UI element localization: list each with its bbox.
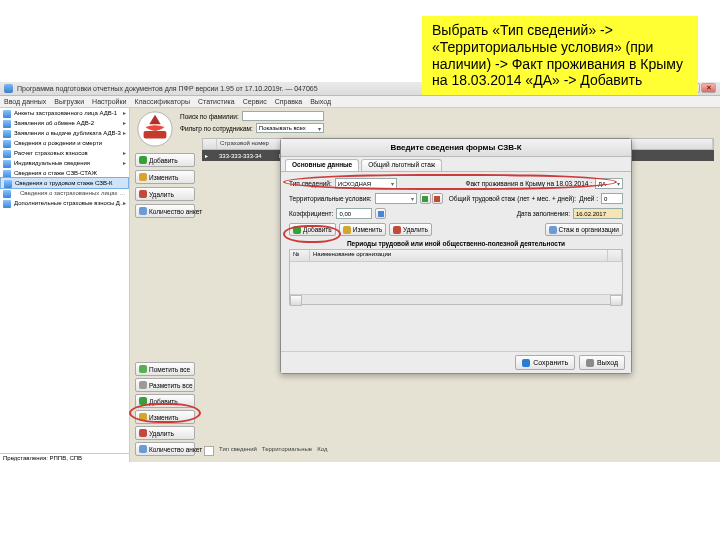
filter-label: Фильтр по сотрудникам: (180, 125, 253, 132)
fact-crimea-select[interactable]: ДА (595, 178, 623, 189)
terr-cond-select[interactable] (375, 193, 417, 204)
uncheck-icon (139, 381, 147, 389)
sidebar-footer[interactable]: Представления: РППВ, СПВ (0, 453, 129, 462)
stazh-org-button[interactable]: Стаж в организации (545, 223, 624, 236)
count-icon (139, 445, 147, 453)
koef-input[interactable]: 0,00 (336, 208, 372, 219)
terr-label: Территориальные (262, 446, 312, 456)
exit-icon (586, 359, 594, 367)
disk-icon (522, 359, 530, 367)
sidebar-item[interactable]: Анкеты застрахованного лица АДВ-1 (0, 108, 129, 118)
periods-section-title: Периоды трудовой или иной общественно-по… (289, 240, 623, 247)
tab-osnovnye[interactable]: Основные данные (285, 159, 359, 171)
tab-lgotnyi-stazh[interactable]: Общий льготный стаж (361, 159, 442, 171)
plus-icon (139, 397, 147, 405)
sidebar-item[interactable]: Заявления о выдаче дубликата АДВ-3 (0, 128, 129, 138)
sidebar-item[interactable]: Расчет страховых взносов (0, 148, 129, 158)
close-button[interactable]: ✕ (701, 83, 716, 93)
period-add-button[interactable]: Добавить (289, 223, 336, 236)
ots-label: Общий трудовой стаж (лет + мес. + дней): (449, 195, 576, 202)
edit-record-button[interactable]: Изменить (135, 410, 195, 424)
dialog-footer: Сохранить Выход (281, 351, 631, 373)
delete-person-button[interactable]: Удалить (135, 187, 195, 201)
filter-select[interactable]: Показывать всех (256, 123, 324, 133)
svg-rect-2 (422, 196, 428, 202)
terr-add-icon[interactable] (420, 193, 431, 204)
delete-record-button[interactable]: Удалить (135, 426, 195, 440)
col-num[interactable]: № (290, 250, 310, 261)
window-title: Программа подготовки отчетных документов… (17, 85, 318, 92)
pencil-icon (139, 413, 147, 421)
periods-empty (290, 262, 622, 294)
check-icon (139, 365, 147, 373)
add-person-button[interactable]: Добавить (135, 153, 195, 167)
terr-cond-label: Территориальные условия: (289, 195, 372, 202)
menu-item[interactable]: Выход (310, 98, 331, 105)
person-actions: Добавить Изменить Удалить Количество анк… (135, 153, 195, 218)
menubar: Ввод данных Выгрузки Настройки Классифик… (0, 96, 720, 108)
menu-item[interactable]: Ввод данных (4, 98, 46, 105)
pencil-icon (139, 173, 147, 181)
dialog-title: Введите сведения формы СЗВ-К (281, 139, 631, 157)
fact-crimea-label: Факт проживания в Крыму на 18.03.2014 : (465, 180, 592, 187)
unmark-all-button[interactable]: Разметить все (135, 378, 195, 392)
search-surname-input[interactable] (242, 111, 324, 121)
menu-item[interactable]: Выгрузки (54, 98, 84, 105)
plus-icon (139, 156, 147, 164)
count-icon (139, 207, 147, 215)
edit-person-button[interactable]: Изменить (135, 170, 195, 184)
sidebar-item[interactable]: Дополнительные страховые взносы ДСВ (0, 198, 129, 208)
sidebar-item[interactable]: Индивидуальные сведения (0, 158, 129, 168)
horizontal-scrollbar[interactable] (290, 294, 622, 304)
type-svedeniy-select[interactable]: ИСХОДНАЯ (335, 178, 397, 189)
date-fill-input[interactable]: 16.02.2017 (573, 208, 623, 219)
menu-item[interactable]: Сервис (243, 98, 267, 105)
periods-table: № Наименование организации (289, 249, 623, 305)
cell-snils: 333-333-333-34 (216, 153, 276, 159)
trash-icon (139, 429, 147, 437)
search-surname-label: Поиск по фамилии: (180, 113, 239, 120)
szv-k-dialog: Введите сведения формы СЗВ-К Основные да… (280, 138, 632, 374)
annotation-callout: Выбрать «Тип сведений» -> «Территориальн… (422, 16, 698, 95)
pencil-icon (343, 226, 351, 234)
sidebar-item[interactable]: Заявления об обмене АДВ-2 (0, 118, 129, 128)
menu-item[interactable]: Классификаторы (134, 98, 190, 105)
pfr-logo-icon (136, 110, 174, 148)
code-label: Код (317, 446, 327, 456)
record-checkbox[interactable] (204, 446, 214, 456)
mark-all-button[interactable]: Пометить все (135, 362, 195, 376)
search-panel: Поиск по фамилии: Фильтр по сотрудникам:… (180, 111, 324, 133)
sidebar: Анкеты застрахованного лица АДВ-1 Заявле… (0, 108, 130, 462)
exit-button[interactable]: Выход (579, 355, 625, 370)
app-icon (4, 84, 13, 93)
type-svedeniy-label: Тип сведений: (289, 180, 332, 187)
days-input[interactable]: 0 (601, 193, 623, 204)
period-edit-button[interactable]: Изменить (339, 223, 386, 236)
dialog-body: Тип сведений: ИСХОДНАЯ Факт проживания в… (281, 171, 631, 351)
type-label: Тип сведений (219, 446, 257, 456)
svg-rect-1 (144, 131, 167, 139)
koef-calc-icon[interactable] (375, 208, 386, 219)
svg-rect-4 (378, 211, 384, 217)
terr-clear-icon[interactable] (432, 193, 443, 204)
period-delete-button[interactable]: Удалить (389, 223, 432, 236)
menu-item[interactable]: Статистика (198, 98, 235, 105)
menu-item[interactable]: Настройки (92, 98, 126, 105)
save-button[interactable]: Сохранить (515, 355, 575, 370)
plus-icon (293, 226, 301, 234)
count-anket-button[interactable]: Количество анкет (135, 204, 195, 218)
sidebar-subitem[interactable]: Сведения о застрахованных лицах СЗВ-М (0, 188, 129, 198)
col-snils[interactable]: Страховой номер (217, 139, 283, 149)
add-record-button[interactable]: Добавить (135, 394, 195, 408)
menu-item[interactable]: Справка (275, 98, 302, 105)
svg-rect-3 (434, 196, 440, 202)
trash-icon (139, 190, 147, 198)
count-record-button[interactable]: Количество анкет (135, 442, 195, 456)
date-fill-label: Дата заполнения: (517, 210, 570, 217)
sidebar-item[interactable]: Сведения о рождении и смерти (0, 138, 129, 148)
koef-label: Коэффициент: (289, 210, 333, 217)
mark-actions: Пометить все Разметить все Добавить Изме… (135, 362, 195, 456)
trash-icon (393, 226, 401, 234)
col-org[interactable]: Наименование организации (310, 250, 608, 261)
record-props-row: Тип сведений Территориальные Код (204, 446, 327, 456)
